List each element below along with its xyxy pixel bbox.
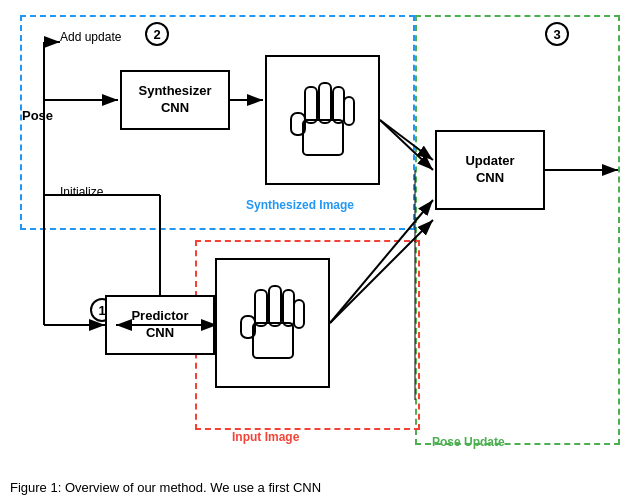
svg-rect-2 (305, 87, 317, 123)
synthesized-hand-icon (283, 75, 363, 165)
svg-rect-4 (333, 87, 344, 123)
pose-update-label: Pose Update (432, 435, 505, 449)
svg-rect-8 (255, 290, 267, 326)
synthesizer-cnn-block: Synthesizer CNN (120, 70, 230, 130)
green-region (415, 15, 620, 445)
add-update-label: Add update (60, 30, 121, 44)
svg-rect-0 (303, 120, 343, 155)
badge-three: 3 (545, 22, 569, 46)
input-image-label: Input Image (232, 430, 299, 444)
synthesized-hand-box (265, 55, 380, 185)
updater-cnn-block: Updater CNN (435, 130, 545, 210)
svg-rect-5 (344, 97, 354, 125)
synthesized-image-label: Synthesized Image (246, 198, 354, 212)
svg-rect-11 (294, 300, 304, 328)
diagram: 2 3 1 Add update Initialize Pose Synthes… (0, 0, 640, 460)
initialize-label: Initialize (60, 185, 103, 199)
pose-label: Pose (22, 108, 53, 123)
svg-rect-6 (253, 323, 293, 358)
input-hand-icon (233, 278, 313, 368)
svg-rect-3 (319, 83, 331, 123)
caption: Figure 1: Overview of our method. We use… (10, 480, 630, 495)
svg-rect-9 (269, 286, 281, 326)
input-hand-box (215, 258, 330, 388)
badge-two: 2 (145, 22, 169, 46)
svg-rect-10 (283, 290, 294, 326)
predictor-cnn-block: Predictor CNN (105, 295, 215, 355)
